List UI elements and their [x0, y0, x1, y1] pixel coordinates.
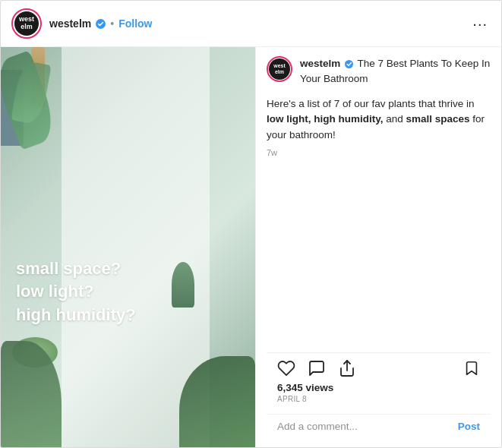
post-actions: 6,345 views APRIL 8 [267, 352, 491, 414]
bookmark-button[interactable] [463, 360, 480, 377]
post-comment-button[interactable]: Post [458, 421, 480, 432]
post-media: small space? low light? high humidity? [1, 47, 255, 447]
svg-point-1 [345, 60, 353, 68]
verified-icon [96, 19, 106, 29]
action-icons-row [277, 359, 480, 377]
comment-area: Post [267, 414, 491, 438]
avatar: west elm [14, 11, 39, 36]
views-count: 6,345 views [277, 382, 480, 393]
follow-button[interactable]: Follow [118, 17, 152, 30]
comment-input[interactable] [277, 421, 458, 432]
timestamp: 7w [267, 148, 491, 157]
post-card: west elm westelm • Follow ··· [0, 0, 502, 448]
caption-avatar-wrapper: west elm [267, 56, 292, 82]
shelf-plant [172, 262, 194, 308]
caption-username-line: westelm The 7 Best Plants To Keep In You… [300, 56, 491, 87]
caption-avatar: west elm [269, 58, 290, 80]
caption-body: Here's a list of 7 of our fav plants tha… [267, 96, 491, 144]
post-body: small space? low light? high humidity? w… [1, 47, 501, 447]
like-button[interactable] [277, 359, 295, 377]
header-info: westelm • Follow [49, 17, 469, 30]
header-username: westelm [49, 17, 91, 30]
caption-header: west elm westelm The 7 Best Plants To Ke… [267, 56, 491, 87]
caption-username: westelm [300, 58, 340, 69]
comment-button[interactable] [308, 359, 326, 377]
post-header: west elm westelm • Follow ··· [1, 1, 501, 47]
caption-text-block: westelm The 7 Best Plants To Keep In You… [300, 56, 491, 87]
post-date: APRIL 8 [277, 395, 480, 403]
share-button[interactable] [338, 359, 356, 377]
post-caption-panel: west elm westelm The 7 Best Plants To Ke… [255, 47, 501, 447]
more-options-button[interactable]: ··· [469, 15, 491, 33]
avatar-wrapper: west elm [11, 8, 42, 39]
dot-separator: • [110, 17, 114, 30]
caption-verified-icon [343, 58, 358, 69]
media-overlay-text: small space? low light? high humidity? [16, 257, 136, 327]
